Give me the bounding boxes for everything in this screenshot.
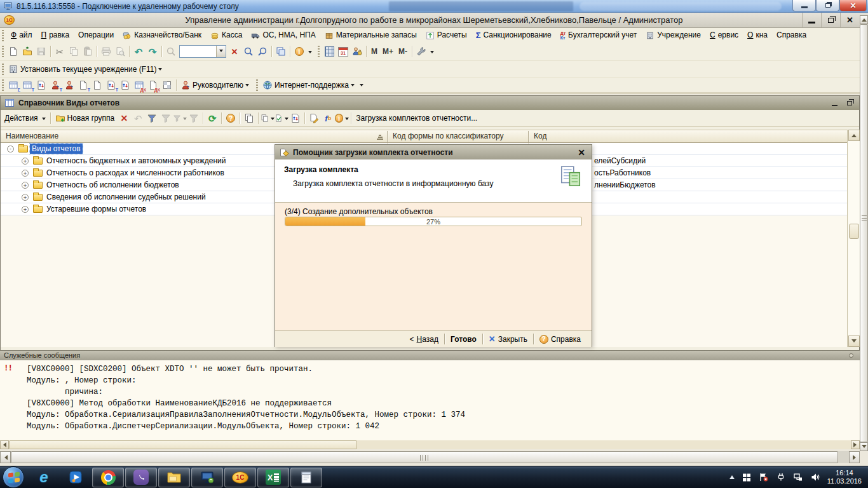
taskbar-item-chrome[interactable] (92, 468, 124, 487)
internet-support-button[interactable] (261, 78, 275, 92)
cut-button[interactable]: ✂ (53, 44, 67, 58)
report-button-7[interactable] (90, 78, 104, 92)
calendar-button[interactable]: 31 (336, 44, 350, 58)
back-button[interactable]: <Назад (404, 335, 444, 344)
scrollbar-thumb[interactable] (11, 451, 838, 463)
app-close-button[interactable]: ✕ (840, 13, 859, 27)
find-button[interactable] (241, 44, 255, 58)
done-button[interactable]: Готово (445, 335, 482, 344)
taskbar-item-1c[interactable]: 1С (224, 468, 256, 487)
clear-filter-button[interactable] (187, 111, 201, 125)
internet-support-label[interactable]: Интернет-поддержка (275, 81, 349, 90)
toolbar-grip[interactable] (1, 45, 4, 58)
manager-menu-button[interactable] (179, 78, 193, 92)
report-button-9[interactable] (118, 78, 132, 92)
menu-operations[interactable]: Операции (74, 28, 118, 43)
scroll-left-button[interactable] (0, 451, 11, 463)
taskbar-item-excel[interactable]: X (257, 468, 289, 487)
report-button-4[interactable]: Т (48, 78, 62, 92)
network-icon[interactable] (793, 472, 803, 482)
collapse-icon[interactable]: - (7, 146, 14, 152)
search-combobox[interactable] (179, 45, 226, 58)
edit-doc-button[interactable] (307, 111, 321, 125)
tree-item-label[interactable]: Устаревшие формы отчетов (44, 204, 148, 214)
filter-by-value-button[interactable] (173, 111, 187, 125)
taskbar-item-viber[interactable] (125, 468, 157, 487)
taskbar-item-media-player[interactable] (60, 467, 92, 488)
menu-institution[interactable]: Учреждение (641, 28, 705, 43)
set-institution-button[interactable] (6, 62, 20, 76)
save-button[interactable] (34, 44, 48, 58)
table-vertical-scrollbar[interactable] (847, 130, 860, 347)
refresh-button[interactable]: ⟳ (205, 111, 219, 125)
toolbar-grip[interactable] (317, 45, 320, 58)
menu-windows[interactable]: Окна (743, 28, 772, 43)
windows-update-tray-icon[interactable] (742, 472, 752, 482)
taskbar-item-notepad[interactable] (290, 468, 322, 487)
service-messages-header[interactable]: Служебные сообщения (0, 351, 860, 360)
clear-search-button[interactable]: ✕ (227, 44, 241, 58)
menu-settlements[interactable]: Расчеты (421, 28, 471, 43)
copy-list-button[interactable] (242, 111, 256, 125)
info-button[interactable]: i (335, 111, 349, 125)
menu-treasury-bank[interactable]: Казначейство/Банк (118, 28, 206, 43)
app-horizontal-scrollbar[interactable] (0, 451, 860, 463)
report-button-11[interactable]: ДК (146, 78, 160, 92)
action-center-flag-icon[interactable] (759, 472, 769, 482)
open-button[interactable] (20, 44, 34, 58)
actions-menu-button[interactable]: Действия (2, 114, 48, 123)
expand-icon[interactable]: + (22, 158, 29, 165)
filter-button[interactable] (159, 111, 173, 125)
scroll-up-button[interactable] (860, 15, 868, 24)
expand-icon[interactable]: + (22, 194, 29, 201)
menu-edit[interactable]: Правка (37, 28, 74, 43)
manager-dropdown-arrow[interactable] (245, 84, 249, 88)
rdp-close-button[interactable]: ✕ (839, 0, 867, 11)
scrollbar-thumb[interactable] (849, 224, 859, 239)
start-button[interactable] (3, 466, 24, 488)
toolbar-grip[interactable] (255, 79, 259, 92)
code-cell[interactable]: елейСубсидий (594, 156, 646, 166)
volume-icon[interactable] (810, 472, 820, 482)
report-button-2[interactable]: Т (20, 78, 34, 92)
report-button-3[interactable] (34, 78, 48, 92)
help-button[interactable]: ?Справка (534, 335, 587, 344)
window-list-button[interactable] (274, 44, 288, 58)
window-restore-button[interactable] (844, 98, 855, 108)
menu-service[interactable]: Сервис (705, 28, 743, 43)
column-header-name[interactable]: Наименование (1, 130, 387, 142)
search-icon-button[interactable] (164, 44, 178, 58)
code-cell[interactable]: остьРаботников (594, 168, 651, 178)
scroll-right-button[interactable] (851, 440, 860, 449)
toolbar-grip[interactable] (1, 63, 4, 76)
info-button[interactable]: i (292, 44, 306, 58)
scroll-right-button[interactable] (849, 451, 860, 463)
app-minimize-button[interactable] (802, 13, 821, 27)
help-button[interactable]: ? (224, 111, 238, 125)
settings-dropdown-arrow[interactable] (430, 51, 434, 55)
expand-icon[interactable]: + (22, 170, 29, 177)
column-header-form-code[interactable]: Код формы по классификатору (388, 130, 528, 142)
find-next-button[interactable] (255, 44, 269, 58)
internet-support-dropdown-arrow[interactable] (351, 84, 355, 88)
tree-item-label[interactable]: Сведения об исполнении судебных решений (44, 192, 208, 202)
menu-cash[interactable]: Касса (206, 28, 247, 43)
delete-button[interactable]: ✕ (117, 111, 131, 125)
tree-item-label[interactable]: Отчетность о расходах и численности рабо… (44, 168, 226, 178)
scroll-down-button[interactable] (860, 442, 868, 451)
column-header-code[interactable]: Код (529, 130, 846, 142)
set-institution-label[interactable]: Установить текущее учреждение (F11) (20, 65, 156, 74)
menu-help[interactable]: Справка (772, 28, 811, 43)
menu-sanctioning[interactable]: ΣСанкционирование (471, 28, 556, 43)
clock[interactable]: 16:14 11.03.2016 (827, 469, 862, 485)
taskbar-item-internet-explorer[interactable]: e (28, 467, 60, 488)
pin-icon[interactable] (849, 353, 853, 358)
memory-add-button[interactable]: M+ (380, 47, 396, 56)
new-group-button[interactable]: Новая группа (53, 113, 118, 123)
memory-subtract-button[interactable]: M- (396, 47, 410, 56)
tree-item-label[interactable]: Отчетность бюджетных и автономных учрежд… (44, 156, 227, 166)
memory-recall-button[interactable]: M (369, 47, 380, 56)
paste-button[interactable] (81, 44, 95, 58)
report-button-1[interactable]: Σ (6, 78, 20, 92)
taskbar-item-remote-desktop[interactable] (191, 468, 223, 487)
